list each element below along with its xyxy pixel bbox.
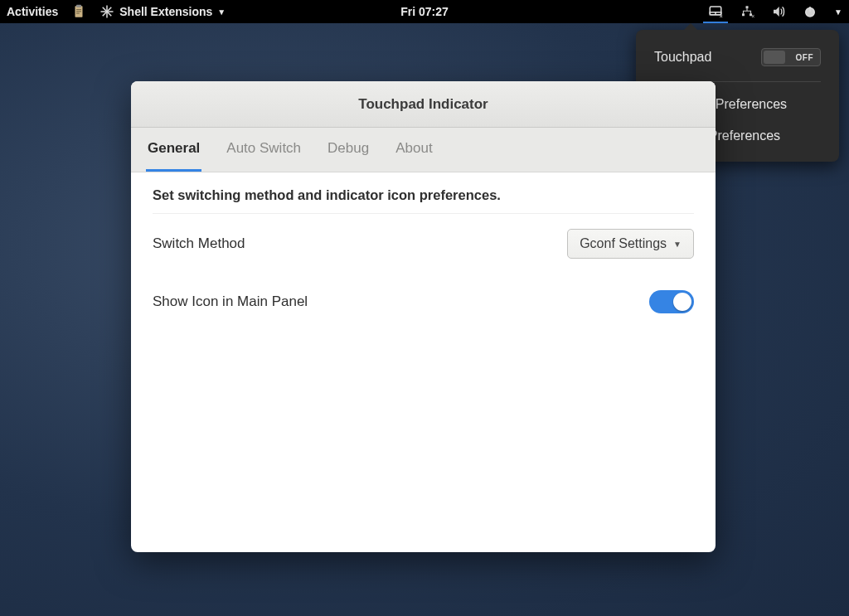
system-menu-chevron-icon[interactable]: ▼ [834,7,842,17]
tab-auto-switch[interactable]: Auto Switch [225,128,303,172]
preferences-window: Touchpad Indicator General Auto Switch D… [131,81,716,552]
section-description: Set switching method and indicator icon … [153,187,694,214]
svg-rect-2 [76,9,81,10]
show-icon-switch[interactable] [649,290,694,313]
switch-knob [673,293,691,311]
tab-debug[interactable]: Debug [326,128,371,172]
svg-text:×: × [720,12,723,20]
svg-rect-1 [76,5,81,7]
touchpad-toggle[interactable]: OFF [761,48,821,66]
tab-content: Set switching method and indicator icon … [131,172,716,360]
chevron-down-icon: ▼ [673,240,682,249]
volume-icon[interactable] [771,4,786,19]
activities-button[interactable]: Activities [7,5,58,18]
touchpad-toggle-row[interactable]: Touchpad OFF [636,40,839,75]
switch-method-value: Gconf Settings [580,236,667,251]
panel-left: Activities Shell Extensions ▼ [7,4,226,19]
extensions-icon [99,4,114,19]
show-icon-row: Show Icon in Main Panel [153,290,694,313]
svg-rect-8 [101,11,114,12]
clock[interactable]: Fri 07:27 [400,5,449,18]
svg-rect-13 [746,6,749,8]
svg-text:×: × [751,13,754,19]
toggle-state-text: OFF [796,53,814,62]
switch-method-row: Switch Method Gconf Settings ▼ [153,229,694,259]
svg-rect-4 [76,13,80,14]
switch-method-combo[interactable]: Gconf Settings ▼ [567,229,694,259]
network-icon[interactable]: × [740,4,754,19]
toggle-knob [764,51,785,64]
chevron-down-icon: ▼ [217,7,226,17]
switch-method-label: Switch Method [153,235,245,252]
clipboard-icon[interactable] [71,4,86,19]
svg-rect-14 [742,13,745,16]
tab-bar: General Auto Switch Debug About [131,128,716,172]
shell-extensions-label: Shell Extensions [119,5,212,18]
show-icon-label: Show Icon in Main Panel [153,293,308,310]
touchpad-label: Touchpad [654,50,711,65]
tab-about[interactable]: About [394,128,434,172]
power-icon[interactable] [803,4,817,19]
svg-rect-3 [76,11,81,12]
window-titlebar[interactable]: Touchpad Indicator [131,81,716,128]
top-panel: Activities Shell Extensions ▼ Fri 07:27 … [0,0,849,23]
window-title: Touchpad Indicator [358,96,488,113]
shell-extensions-menu[interactable]: Shell Extensions ▼ [99,4,226,19]
touchpad-indicator-icon[interactable]: × [708,4,723,19]
tab-general[interactable]: General [146,128,201,172]
panel-right: × × ▼ [708,4,842,19]
